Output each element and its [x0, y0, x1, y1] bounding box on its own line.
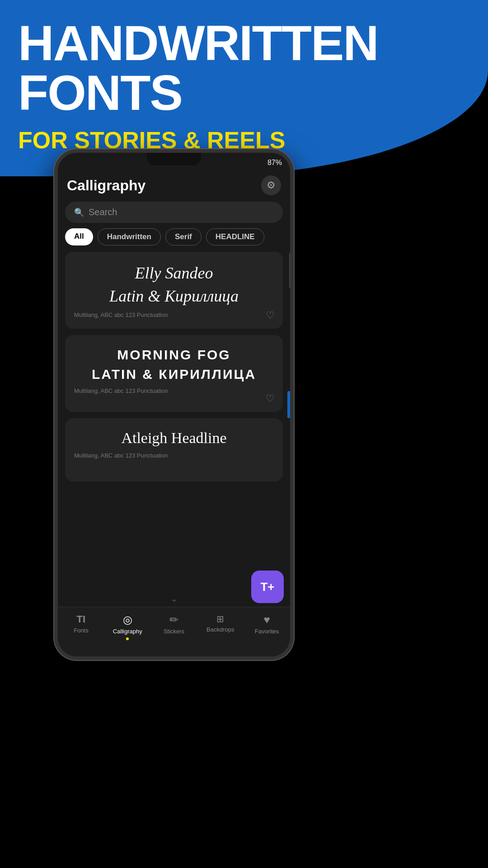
premium-label: T+	[260, 580, 274, 594]
app-header: Calligraphy ⚙	[58, 169, 290, 200]
nav-tab-fonts[interactable]: TI Fonts	[58, 613, 104, 634]
font-card-3[interactable]: Atleigh Headline Multilang, ABC abc 123 …	[65, 418, 283, 481]
premium-button[interactable]: T+	[251, 571, 284, 603]
font-card-2[interactable]: MORNING FOG LATIN & КИРИЛЛИЦА Multilang,…	[65, 335, 283, 412]
search-icon: 🔍	[74, 208, 84, 217]
fonts-label: Fonts	[74, 627, 89, 634]
font-card-3-line1: Atleigh Headline	[74, 429, 274, 448]
phone-screen: Calligraphy ⚙ 🔍 Search All Handwritten S…	[58, 169, 290, 656]
nav-tab-favorites[interactable]: ♥ Favorites	[244, 613, 290, 635]
backdrops-icon: ⊞	[216, 613, 224, 624]
stickers-label: Stickers	[164, 628, 184, 635]
filter-chip-serif[interactable]: Serif	[165, 228, 202, 245]
heart-icon-2[interactable]: ♡	[266, 393, 275, 405]
nav-tab-stickers[interactable]: ✏ Stickers	[151, 613, 197, 635]
calligraphy-label: Calligraphy	[113, 628, 142, 635]
battery-indicator: 87%	[267, 159, 282, 167]
hero-section: HANDWRITTEN FONTS FOR STORIES & REELS	[18, 18, 378, 154]
search-bar[interactable]: 🔍 Search	[65, 202, 283, 223]
font-cards-list: Elly Sandeo Latin & Кириллица Multilang,…	[58, 252, 290, 481]
font-card-1-line1: Elly Sandeo	[74, 263, 274, 284]
phone-side-button	[289, 252, 292, 288]
font-card-1-line2: Latin & Кириллица	[74, 286, 274, 307]
favorites-label: Favorites	[255, 628, 279, 635]
chevron-down-icon: ⌄	[170, 593, 178, 604]
stickers-icon: ✏	[169, 613, 178, 626]
app-title: Calligraphy	[67, 177, 145, 194]
phone-notch	[147, 153, 201, 165]
font-card-1[interactable]: Elly Sandeo Latin & Кириллица Multilang,…	[65, 252, 283, 329]
font-card-2-line2: LATIN & КИРИЛЛИЦА	[74, 365, 274, 383]
favorites-icon: ♥	[263, 613, 270, 626]
font-card-2-meta: Multilang, ABC abc 123 Punctuation	[74, 387, 274, 394]
font-card-3-meta: Multilang, ABC abc 123 Punctuation	[74, 452, 274, 459]
filter-row: All Handwritten Serif HEADLINE	[58, 228, 290, 252]
bottom-navigation: TI Fonts ◎ Calligraphy ✏ Stickers ⊞ Back…	[58, 607, 290, 656]
phone-mockup: 87% Calligraphy ⚙ 🔍 Search All Handwritt…	[54, 149, 294, 660]
hero-title: HANDWRITTEN FONTS	[18, 18, 378, 118]
search-placeholder: Search	[89, 207, 117, 217]
active-indicator-dot	[126, 637, 129, 640]
backdrops-label: Backdrops	[206, 626, 234, 633]
filter-chip-all[interactable]: All	[65, 228, 93, 245]
heart-icon-1[interactable]: ♡	[266, 310, 275, 321]
settings-button[interactable]: ⚙	[261, 175, 281, 195]
filter-chip-handwritten[interactable]: Handwritten	[98, 228, 161, 245]
settings-icon: ⚙	[267, 179, 276, 191]
swipe-handle	[287, 391, 290, 418]
nav-tab-backdrops[interactable]: ⊞ Backdrops	[197, 613, 244, 633]
fonts-icon: TI	[77, 613, 86, 625]
calligraphy-icon: ◎	[123, 613, 132, 626]
filter-chip-headline[interactable]: HEADLINE	[206, 228, 264, 245]
font-card-2-line1: MORNING FOG	[74, 346, 274, 363]
nav-tab-calligraphy[interactable]: ◎ Calligraphy	[104, 613, 151, 640]
font-card-1-meta: Multilang, ABC abc 123 Punctuation	[74, 311, 274, 318]
